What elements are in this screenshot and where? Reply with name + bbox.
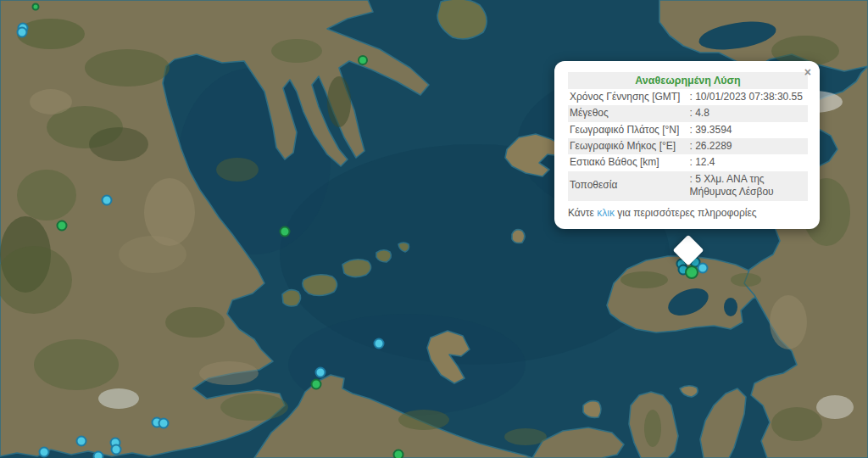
earthquake-marker-cyan[interactable] xyxy=(76,436,87,447)
earthquake-marker-cyan[interactable] xyxy=(111,444,122,455)
earthquake-info-table: Αναθεωρημένη Λύση Χρόνος Γέννησης [GMT] … xyxy=(568,72,808,201)
earthquake-marker-cyan[interactable] xyxy=(159,418,170,429)
field-label-magnitude: Μέγεθος xyxy=(568,105,688,121)
footer-text-prefix: Κάντε xyxy=(568,207,597,219)
popup: × Αναθεωρημένη Λύση Χρόνος Γέννησης [GMT… xyxy=(554,61,820,229)
earthquake-map-app: × Αναθεωρημένη Λύση Χρόνος Γέννησης [GMT… xyxy=(0,0,868,458)
earthquake-marker-green[interactable] xyxy=(32,3,40,11)
field-label-location: Τοποθεσία xyxy=(568,171,688,201)
earthquake-marker-green[interactable] xyxy=(358,55,368,65)
earthquake-marker-cyan[interactable] xyxy=(39,447,50,458)
popup-footer: Κάντε κλικ για περισσότερες πληροφορίες xyxy=(568,207,808,220)
field-value-location: : 5 Χλμ. ΑΝΑ της Μήθυμνας Λέσβου xyxy=(688,171,809,201)
field-value-origin-time: : 10/01/2023 07:38:30.55 xyxy=(688,89,809,105)
field-value-latitude: : 39.3594 xyxy=(688,122,809,138)
earthquake-marker-green[interactable] xyxy=(280,226,291,237)
field-label-longitude: Γεωγραφικό Μήκος [°E] xyxy=(568,138,688,154)
field-value-magnitude: : 4.8 xyxy=(688,105,809,121)
earthquake-marker-cyan[interactable] xyxy=(93,451,104,458)
field-value-longitude: : 26.2289 xyxy=(688,138,809,154)
more-info-link[interactable]: κλικ xyxy=(597,207,615,219)
earthquake-marker-green[interactable] xyxy=(311,379,322,390)
field-value-depth: : 12.4 xyxy=(688,154,809,170)
earthquake-marker-cyan[interactable] xyxy=(17,27,28,38)
earthquake-marker-green[interactable] xyxy=(57,221,68,232)
earthquake-marker-cyan[interactable] xyxy=(315,367,326,378)
earthquake-marker-green[interactable] xyxy=(393,450,404,458)
earthquake-marker-cyan[interactable] xyxy=(374,338,385,349)
earthquake-marker-green[interactable] xyxy=(685,265,698,279)
popup-title: Αναθεωρημένη Λύση xyxy=(568,72,808,89)
field-label-depth: Εστιακό Βάθος [km] xyxy=(568,154,688,170)
earthquake-marker-cyan[interactable] xyxy=(698,263,709,274)
field-label-latitude: Γεωγραφικό Πλάτος [°N] xyxy=(568,122,688,138)
earthquake-marker-cyan[interactable] xyxy=(102,195,113,206)
close-icon[interactable]: × xyxy=(804,66,811,78)
field-label-origin-time: Χρόνος Γέννησης [GMT] xyxy=(568,89,688,105)
footer-text-suffix: για περισσότερες πληροφορίες xyxy=(615,207,757,219)
